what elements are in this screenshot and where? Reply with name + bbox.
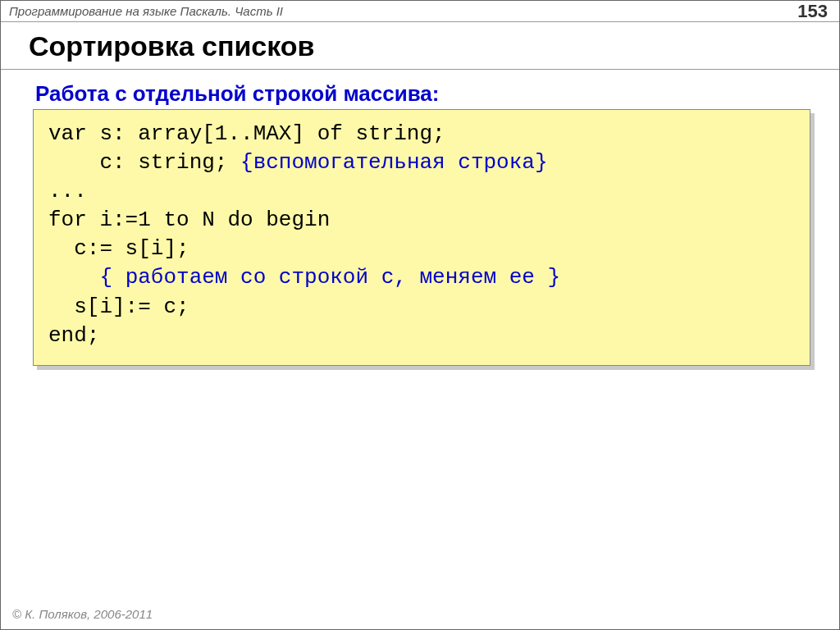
document-title: Программирование на языке Паскаль. Часть… [9, 4, 283, 18]
code-line: ... [48, 179, 87, 203]
slide-subheading: Работа с отдельной строкой массива: [1, 70, 839, 113]
slide-page: Программирование на языке Паскаль. Часть… [0, 0, 840, 630]
copyright-symbol: © [12, 607, 21, 621]
code-line: c:= s[i]; [48, 236, 189, 261]
code-comment: { работаем со строкой c, меняем ее } [99, 265, 560, 290]
page-number: 153 [797, 1, 828, 22]
code-line: var s: array[1..MAX] of string; [48, 121, 445, 146]
code-block-shadow: var s: array[1..MAX] of string; c: strin… [37, 113, 815, 370]
code-line: end; [48, 323, 99, 348]
slide-footer: © К. Поляков, 2006-2011 [12, 607, 153, 621]
code-block-container: var s: array[1..MAX] of string; c: strin… [1, 113, 839, 370]
code-comment: {вспомогательная строка} [240, 150, 547, 175]
code-line [48, 265, 99, 290]
code-line: c: string; [48, 150, 240, 175]
top-bar: Программирование на языке Паскаль. Часть… [1, 1, 839, 22]
slide-heading: Сортировка списков [1, 22, 839, 70]
slide-subtitle: Работа с отдельной строкой массива: [35, 81, 839, 107]
code-line: s[i]:= c; [48, 294, 189, 319]
slide-title: Сортировка списков [29, 30, 839, 62]
code-line: for i:=1 to N do begin [48, 208, 330, 232]
copyright-text: К. Поляков, 2006-2011 [21, 607, 153, 621]
code-block: var s: array[1..MAX] of string; c: strin… [33, 109, 810, 366]
